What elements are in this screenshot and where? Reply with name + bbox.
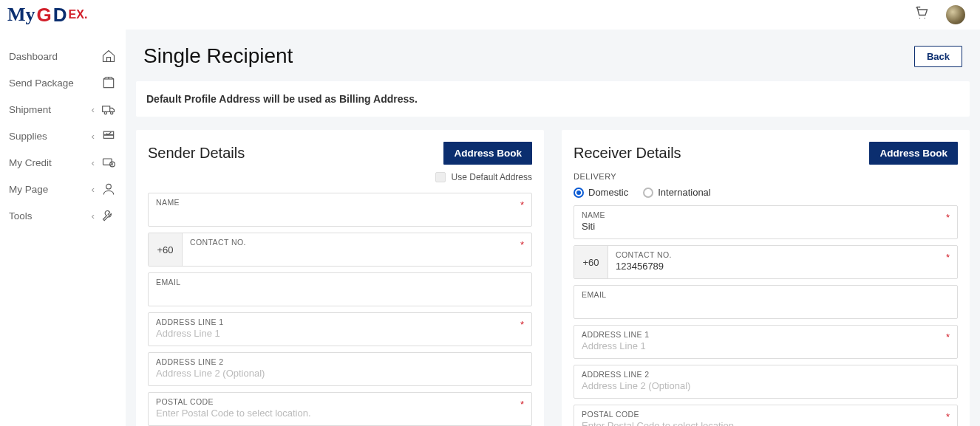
receiver-name-input[interactable] [582, 219, 950, 232]
receiver-email-input[interactable] [582, 299, 950, 312]
logo[interactable]: MyGDEX. [7, 4, 87, 27]
required-icon: * [946, 411, 950, 422]
use-default-label: Use Default Address [452, 172, 532, 182]
phone-prefix[interactable]: +60 [574, 246, 608, 278]
cart-icon[interactable] [913, 6, 930, 24]
sender-contact-field[interactable]: +60 CONTACT NO. * [148, 233, 532, 267]
billing-notice: Default Profile Address will be used as … [136, 81, 970, 117]
sidebar-item-send-package[interactable]: Send Package [9, 69, 118, 96]
sidebar-item-label: Tools [9, 210, 33, 221]
delivery-domestic-radio[interactable]: Domestic [574, 187, 628, 198]
page-title: Single Recipient [143, 44, 293, 68]
required-icon: * [520, 239, 524, 250]
sender-postal-input[interactable] [156, 406, 524, 419]
delivery-label: DELIVERY [574, 172, 958, 181]
receiver-postal-field[interactable]: POSTAL CODE * [574, 405, 958, 426]
required-icon: * [520, 319, 524, 330]
required-icon: * [946, 331, 950, 343]
sidebar: Dashboard Send Package Shipment ‹ Suppli… [0, 30, 126, 426]
receiver-addr2-input[interactable] [582, 379, 950, 391]
receiver-title: Receiver Details [574, 145, 681, 162]
receiver-postal-input[interactable] [582, 419, 950, 426]
use-default-checkbox[interactable] [435, 172, 446, 182]
receiver-email-field[interactable]: EMAIL [574, 285, 958, 319]
svg-rect-6 [103, 159, 112, 165]
sidebar-item-dashboard[interactable]: Dashboard [9, 43, 118, 69]
user-icon [99, 182, 118, 196]
receiver-address-book-button[interactable]: Address Book [869, 142, 958, 165]
sender-postal-field[interactable]: POSTAL CODE * [148, 392, 532, 426]
required-icon: * [946, 252, 950, 263]
sender-addr1-field[interactable]: ADDRESS LINE 1 * [148, 312, 532, 346]
required-icon: * [520, 399, 524, 410]
package-icon [99, 75, 118, 90]
sender-name-input[interactable] [156, 207, 524, 219]
sender-addr2-field[interactable]: ADDRESS LINE 2 [148, 352, 532, 386]
required-icon: * [946, 212, 950, 223]
svg-rect-1 [103, 106, 110, 112]
sidebar-item-label: My Credit [9, 157, 52, 168]
sender-email-field[interactable]: EMAIL [148, 272, 532, 306]
chevron-left-icon: ‹ [92, 104, 95, 115]
back-button[interactable]: Back [914, 46, 962, 67]
sidebar-item-label: Shipment [9, 104, 51, 115]
sender-email-input[interactable] [156, 286, 524, 299]
svg-point-2 [104, 111, 106, 114]
main-content: Single Recipient Back Default Profile Ad… [126, 30, 980, 426]
topbar: MyGDEX. [0, 0, 980, 30]
svg-point-8 [106, 184, 112, 189]
sidebar-item-shipment[interactable]: Shipment ‹ [9, 96, 118, 123]
sidebar-item-my-credit[interactable]: My Credit ‹ [9, 149, 118, 176]
sidebar-item-label: Send Package [9, 78, 74, 89]
svg-rect-5 [103, 135, 113, 138]
sidebar-item-label: Dashboard [9, 51, 58, 62]
sender-contact-input[interactable] [190, 247, 524, 259]
sidebar-item-supplies[interactable]: Supplies ‹ [9, 123, 118, 149]
required-icon: * [520, 199, 524, 210]
sender-name-field[interactable]: NAME * [148, 193, 532, 227]
chevron-left-icon: ‹ [92, 157, 95, 168]
receiver-name-field[interactable]: NAME * [574, 205, 958, 239]
receiver-contact-field[interactable]: +60 CONTACT NO. * [574, 245, 958, 279]
receiver-addr2-field[interactable]: ADDRESS LINE 2 [574, 365, 958, 399]
sidebar-item-my-page[interactable]: My Page ‹ [9, 176, 118, 202]
chevron-left-icon: ‹ [92, 131, 95, 142]
stack-icon [99, 128, 118, 143]
wrench-icon [99, 208, 118, 223]
chevron-left-icon: ‹ [92, 210, 95, 221]
avatar[interactable] [946, 5, 965, 24]
delivery-international-radio[interactable]: International [643, 187, 711, 198]
receiver-contact-input[interactable] [616, 259, 950, 272]
home-icon [99, 49, 118, 63]
sidebar-item-label: My Page [9, 184, 48, 195]
sender-address-book-button[interactable]: Address Book [443, 142, 532, 165]
chevron-left-icon: ‹ [92, 184, 95, 195]
sender-addr2-input[interactable] [156, 366, 524, 379]
receiver-addr1-input[interactable] [582, 339, 950, 351]
sender-title: Sender Details [148, 145, 245, 162]
svg-rect-0 [103, 79, 113, 88]
sidebar-item-tools[interactable]: Tools ‹ [9, 202, 118, 229]
sender-addr1-input[interactable] [156, 326, 524, 339]
sender-card: Sender Details Address Book Use Default … [136, 130, 544, 426]
receiver-card: Receiver Details Address Book DELIVERY D… [562, 130, 970, 426]
coin-icon [99, 155, 118, 170]
sidebar-item-label: Supplies [9, 131, 47, 142]
receiver-addr1-field[interactable]: ADDRESS LINE 1 * [574, 325, 958, 359]
truck-icon [99, 102, 118, 117]
phone-prefix[interactable]: +60 [149, 233, 183, 266]
svg-point-3 [111, 111, 113, 114]
